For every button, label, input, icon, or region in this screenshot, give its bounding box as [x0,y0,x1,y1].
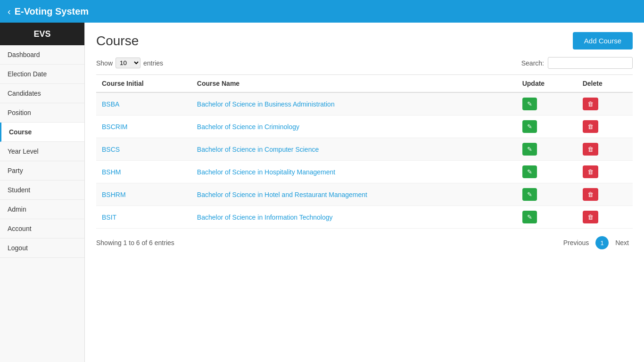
sidebar-item-admin[interactable]: Admin [0,200,84,219]
cell-delete: 🗑 [577,115,633,138]
search-box: Search: [521,57,633,69]
search-label: Search: [521,59,544,67]
cell-name: Bachelor of Science in Hotel and Restaur… [191,183,517,206]
cell-update: ✎ [517,138,577,161]
table-row: BSCRIMBachelor of Science in Criminology… [96,115,633,138]
sidebar-item-dashboard[interactable]: Dashboard [0,45,84,65]
add-course-button[interactable]: Add Course [573,32,633,49]
delete-button[interactable]: 🗑 [583,98,598,110]
showing-text: Showing 1 to 6 of 6 entries [96,239,174,247]
sidebar-item-course[interactable]: Course [0,123,84,142]
sidebar-item-student[interactable]: Student [0,181,84,200]
update-button[interactable]: ✎ [522,211,537,223]
sidebar-item-election-date[interactable]: Election Date [0,65,84,84]
delete-button[interactable]: 🗑 [583,211,598,223]
update-button[interactable]: ✎ [522,188,537,201]
show-entries: Show 10 25 50 100 entries [96,58,163,68]
cell-name: Bachelor of Science in Business Administ… [191,92,517,115]
cell-initial: BSHM [96,161,191,183]
cell-initial: BSIT [96,206,191,229]
cell-delete: 🗑 [577,183,633,206]
sidebar-item-logout[interactable]: Logout [0,239,84,258]
back-button[interactable]: ‹ [8,6,11,17]
cell-update: ✎ [517,183,577,206]
sidebar-item-account[interactable]: Account [0,219,84,239]
cell-initial: BSBA [96,92,191,115]
previous-button[interactable]: Previous [560,237,593,248]
table-row: BSBABachelor of Science in Business Admi… [96,92,633,115]
table-row: BSHMBachelor of Science in Hospitality M… [96,161,633,183]
sidebar-item-year-level[interactable]: Year Level [0,142,84,161]
cell-delete: 🗑 [577,206,633,229]
col-header-update: Update [517,75,577,93]
cell-name: Bachelor of Science in Computer Science [191,138,517,161]
table-row: BSCSBachelor of Science in Computer Scie… [96,138,633,161]
cell-update: ✎ [517,206,577,229]
table-row: BSITBachelor of Science in Information T… [96,206,633,229]
delete-button[interactable]: 🗑 [583,188,598,201]
col-header-name: Course Name [191,75,517,93]
cell-update: ✎ [517,115,577,138]
sidebar-item-party[interactable]: Party [0,161,84,181]
cell-name: Bachelor of Science in Criminology [191,115,517,138]
cell-initial: BSCRIM [96,115,191,138]
cell-initial: BSCS [96,138,191,161]
current-page[interactable]: 1 [595,236,609,249]
table-footer: Showing 1 to 6 of 6 entries Previous 1 N… [96,236,633,249]
page-header: Course Add Course [96,32,633,49]
page-title: Course [96,33,139,49]
delete-button[interactable]: 🗑 [583,165,598,178]
topbar: ‹ E-Voting System [0,0,644,23]
update-button[interactable]: ✎ [522,98,537,110]
delete-button[interactable]: 🗑 [583,120,598,133]
update-button[interactable]: ✎ [522,165,537,178]
col-header-initial: Course Initial [96,75,191,93]
sidebar-brand: EVS [0,23,84,45]
sidebar: EVS Dashboard Election Date Candidates P… [0,23,85,362]
next-button[interactable]: Next [611,237,633,248]
cell-delete: 🗑 [577,161,633,183]
main-content: Course Add Course Show 10 25 50 100 entr… [85,23,644,362]
search-input[interactable] [548,57,633,69]
delete-button[interactable]: 🗑 [583,143,598,156]
sidebar-item-candidates[interactable]: Candidates [0,84,84,103]
show-label: Show [96,59,113,67]
topbar-title: E-Voting System [15,6,89,17]
table-row: BSHRMBachelor of Science in Hotel and Re… [96,183,633,206]
cell-delete: 🗑 [577,138,633,161]
cell-initial: BSHRM [96,183,191,206]
cell-update: ✎ [517,161,577,183]
entries-label: entries [143,59,163,67]
cell-name: Bachelor of Science in Information Techn… [191,206,517,229]
entries-select[interactable]: 10 25 50 100 [116,58,140,68]
table-header-row: Course Initial Course Name Update Delete [96,75,633,93]
cell-update: ✎ [517,92,577,115]
courses-table: Course Initial Course Name Update Delete… [96,74,633,229]
col-header-delete: Delete [577,75,633,93]
cell-name: Bachelor of Science in Hospitality Manag… [191,161,517,183]
update-button[interactable]: ✎ [522,143,537,156]
cell-delete: 🗑 [577,92,633,115]
sidebar-item-position[interactable]: Position [0,103,84,123]
update-button[interactable]: ✎ [522,120,537,133]
pagination: Previous 1 Next [560,236,633,249]
table-controls: Show 10 25 50 100 entries Search: [96,57,633,69]
